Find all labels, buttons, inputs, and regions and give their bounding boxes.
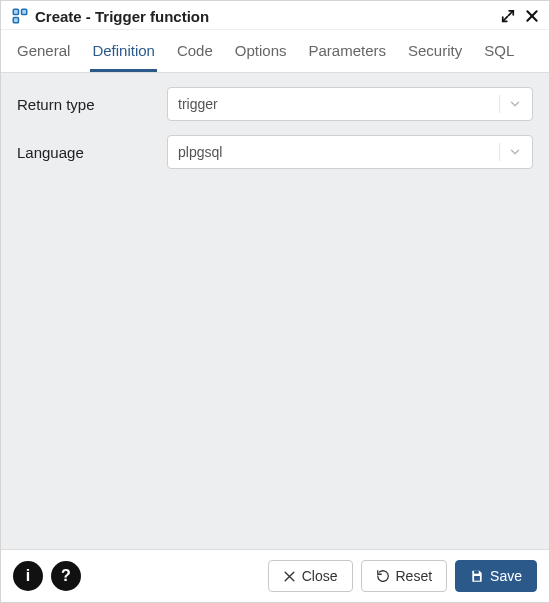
svg-rect-2 <box>13 18 18 23</box>
dialog-footer: i ? Close Reset <box>1 549 549 602</box>
return-type-value: trigger <box>178 96 218 112</box>
close-button-label: Close <box>302 568 338 584</box>
language-label: Language <box>17 144 167 161</box>
reset-button-label: Reset <box>396 568 433 584</box>
save-button[interactable]: Save <box>455 560 537 592</box>
language-select[interactable]: plpgsql <box>167 135 533 169</box>
row-language: Language plpgsql <box>17 135 533 169</box>
tab-code[interactable]: Code <box>175 30 215 72</box>
reset-icon <box>376 569 390 583</box>
return-type-label: Return type <box>17 96 167 113</box>
trigger-function-icon <box>11 7 29 25</box>
dialog-body: Return type trigger Language plpgsql <box>1 73 549 549</box>
dialog-title: Create - Trigger function <box>35 8 501 25</box>
tab-security[interactable]: Security <box>406 30 464 72</box>
tab-parameters[interactable]: Parameters <box>306 30 388 72</box>
reset-button[interactable]: Reset <box>361 560 448 592</box>
svg-rect-4 <box>474 576 480 581</box>
chevron-down-icon <box>499 143 522 161</box>
dialog-titlebar: Create - Trigger function <box>1 1 549 30</box>
info-button[interactable]: i <box>13 561 43 591</box>
return-type-select[interactable]: trigger <box>167 87 533 121</box>
close-icon[interactable] <box>525 9 539 23</box>
tab-sql[interactable]: SQL <box>482 30 516 72</box>
tab-general[interactable]: General <box>15 30 72 72</box>
expand-icon[interactable] <box>501 9 515 23</box>
help-icon: ? <box>61 567 71 585</box>
info-icon: i <box>26 567 30 585</box>
dialog-tabs: General Definition Code Options Paramete… <box>1 30 549 73</box>
x-icon <box>283 570 296 583</box>
save-icon <box>470 569 484 583</box>
tab-options[interactable]: Options <box>233 30 289 72</box>
titlebar-actions <box>501 9 539 23</box>
svg-rect-3 <box>474 571 479 574</box>
close-button[interactable]: Close <box>268 560 353 592</box>
create-trigger-function-dialog: Create - Trigger function General Defini… <box>0 0 550 603</box>
help-button[interactable]: ? <box>51 561 81 591</box>
language-value: plpgsql <box>178 144 222 160</box>
row-return-type: Return type trigger <box>17 87 533 121</box>
chevron-down-icon <box>499 95 522 113</box>
tab-definition[interactable]: Definition <box>90 30 157 72</box>
svg-rect-1 <box>22 9 27 14</box>
svg-rect-0 <box>13 9 18 14</box>
save-button-label: Save <box>490 568 522 584</box>
